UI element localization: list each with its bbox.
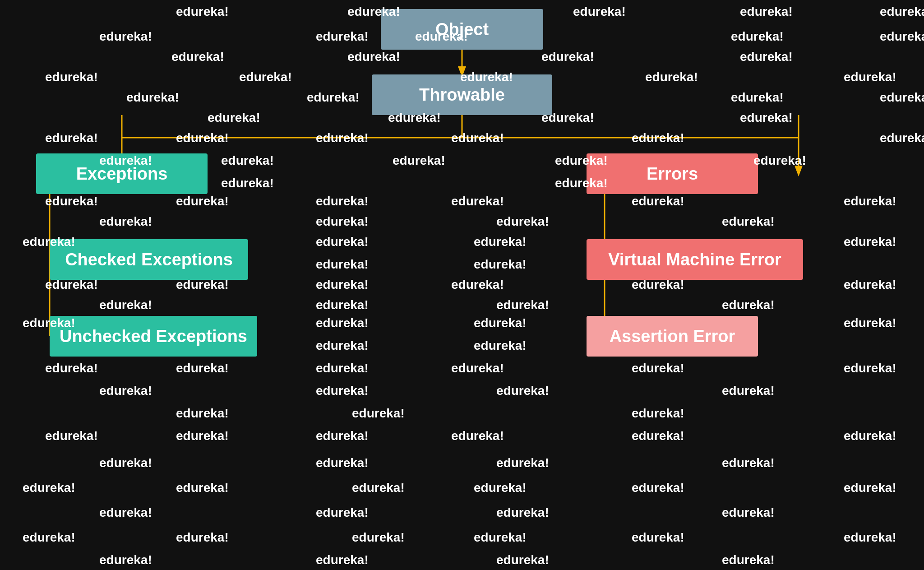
watermark-text: edureka!	[176, 194, 229, 209]
assertion-label: Assertion Error	[610, 327, 735, 346]
watermark-text: edureka!	[474, 316, 527, 330]
watermark-text: edureka!	[316, 456, 369, 470]
watermark-text: edureka!	[722, 298, 775, 312]
unchecked-label: Unchecked Exceptions	[60, 327, 247, 346]
checked-label: Checked Exceptions	[65, 250, 233, 269]
watermark-text: edureka!	[316, 235, 369, 249]
watermark-text: edureka!	[126, 90, 179, 105]
object-label: Object	[435, 20, 489, 39]
watermark-text: edureka!	[474, 530, 527, 545]
watermark-text: edureka!	[316, 298, 369, 312]
watermark-text: edureka!	[393, 153, 445, 168]
watermark-text: edureka!	[352, 530, 405, 545]
watermark-text: edureka!	[632, 429, 684, 443]
watermark-text: edureka!	[844, 70, 896, 84]
watermark-text: edureka!	[99, 553, 152, 567]
watermark-text: edureka!	[316, 553, 369, 567]
assertion-box: Assertion Error	[587, 316, 758, 357]
watermark-text: edureka!	[844, 278, 896, 292]
watermark-text: edureka!	[176, 406, 229, 421]
exceptions-box: Exceptions	[36, 153, 208, 194]
watermark-text: edureka!	[880, 90, 924, 105]
watermark-text: edureka!	[474, 481, 527, 495]
watermark-text: edureka!	[99, 298, 152, 312]
watermark-text: edureka!	[880, 131, 924, 145]
unchecked-box: Unchecked Exceptions	[50, 316, 257, 357]
watermark-text: edureka!	[23, 530, 75, 545]
throwable-label: Throwable	[419, 85, 505, 105]
watermark-text: edureka!	[496, 384, 549, 398]
watermark-text: edureka!	[23, 481, 75, 495]
watermark-text: edureka!	[740, 111, 793, 125]
watermark-text: edureka!	[844, 530, 896, 545]
watermark-text: edureka!	[496, 505, 549, 520]
watermark-text: edureka!	[844, 481, 896, 495]
watermark-text: edureka!	[316, 429, 369, 443]
watermark-text: edureka!	[316, 214, 369, 229]
checked-box: Checked Exceptions	[50, 239, 248, 280]
watermark-text: edureka!	[632, 406, 684, 421]
watermark-text: edureka!	[316, 338, 369, 353]
watermark-text: edureka!	[880, 5, 924, 19]
object-box: Object	[381, 9, 543, 50]
watermark-text: edureka!	[176, 530, 229, 545]
watermark-text: edureka!	[632, 530, 684, 545]
watermark-text: edureka!	[451, 194, 504, 209]
watermark-text: edureka!	[316, 29, 369, 44]
watermark-text: edureka!	[844, 316, 896, 330]
watermark-text: edureka!	[45, 131, 98, 145]
watermark-text: edureka!	[632, 481, 684, 495]
vme-label: Virtual Machine Error	[608, 250, 781, 269]
watermark-text: edureka!	[731, 90, 784, 105]
watermark-text: edureka!	[474, 257, 527, 272]
watermark-text: edureka!	[496, 456, 549, 470]
watermark-text: edureka!	[239, 70, 292, 84]
watermark-text: edureka!	[176, 481, 229, 495]
watermark-text: edureka!	[722, 553, 775, 567]
watermark-text: edureka!	[99, 214, 152, 229]
watermark-text: edureka!	[316, 384, 369, 398]
errors-box: Errors	[587, 153, 758, 194]
watermark-text: edureka!	[722, 384, 775, 398]
watermark-text: edureka!	[45, 361, 98, 375]
watermark-text: edureka!	[208, 111, 260, 125]
watermark-text: edureka!	[176, 429, 229, 443]
watermark-text: edureka!	[731, 29, 784, 44]
watermark-text: edureka!	[316, 194, 369, 209]
watermark-text: edureka!	[45, 70, 98, 84]
watermark-text: edureka!	[99, 384, 152, 398]
throwable-box: Throwable	[372, 74, 552, 115]
watermark-text: edureka!	[99, 505, 152, 520]
watermark-text: edureka!	[176, 5, 229, 19]
watermark-text: edureka!	[316, 257, 369, 272]
watermark-text: edureka!	[474, 235, 527, 249]
watermark-text: edureka!	[99, 29, 152, 44]
watermark-text: edureka!	[221, 153, 274, 168]
watermark-text: edureka!	[451, 278, 504, 292]
watermark-text: edureka!	[352, 406, 405, 421]
watermark-text: edureka!	[645, 70, 698, 84]
watermark-text: edureka!	[722, 214, 775, 229]
watermark-text: edureka!	[45, 429, 98, 443]
watermark-text: edureka!	[632, 194, 684, 209]
watermark-text: edureka!	[496, 214, 549, 229]
watermark-text: edureka!	[99, 456, 152, 470]
watermark-text: edureka!	[451, 361, 504, 375]
watermark-text: edureka!	[307, 90, 360, 105]
watermark-text: edureka!	[844, 429, 896, 443]
watermark-text: edureka!	[722, 456, 775, 470]
watermark-text: edureka!	[496, 553, 549, 567]
exceptions-label: Exceptions	[76, 164, 168, 184]
watermark-text: edureka!	[352, 481, 405, 495]
watermark-text: edureka!	[632, 131, 684, 145]
errors-label: Errors	[647, 164, 698, 184]
watermark-text: edureka!	[740, 50, 793, 64]
watermark-text: edureka!	[844, 361, 896, 375]
watermark-text: edureka!	[316, 505, 369, 520]
watermark-text: edureka!	[474, 338, 527, 353]
watermark-text: edureka!	[880, 29, 924, 44]
watermark-text: edureka!	[176, 361, 229, 375]
watermark-text: edureka!	[573, 5, 626, 19]
watermark-text: edureka!	[316, 316, 369, 330]
watermark-text: edureka!	[844, 194, 896, 209]
